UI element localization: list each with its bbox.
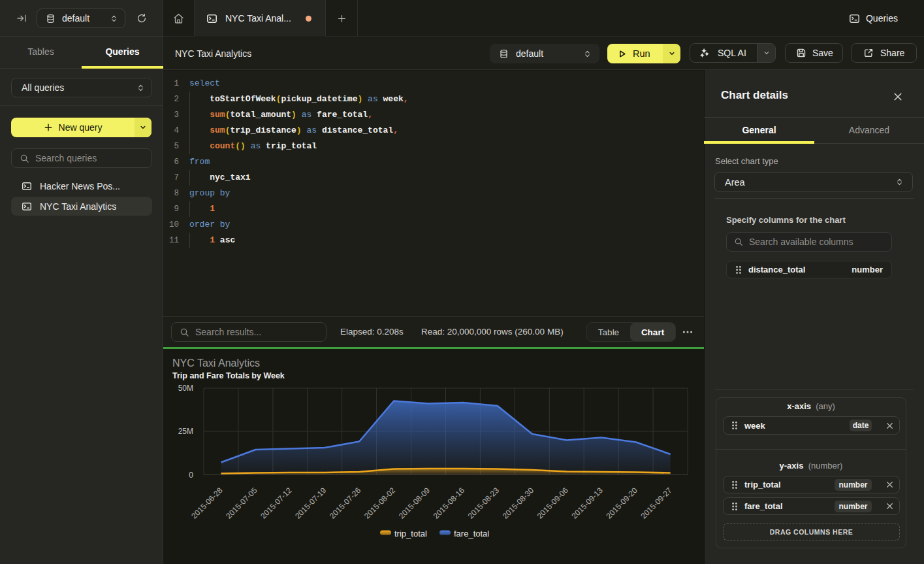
svg-text:2015-09-27: 2015-09-27 (639, 486, 674, 521)
svg-text:2015-07-12: 2015-07-12 (259, 486, 294, 521)
svg-text:trip_total: trip_total (394, 529, 427, 539)
svg-text:NYC Taxi Analytics: NYC Taxi Analytics (172, 357, 260, 369)
svg-text:0: 0 (189, 471, 193, 480)
svg-text:2015-09-06: 2015-09-06 (535, 486, 571, 521)
svg-text:2015-08-30: 2015-08-30 (501, 486, 536, 521)
svg-text:2015-08-02: 2015-08-02 (362, 486, 398, 521)
svg-text:fare_total: fare_total (454, 529, 489, 539)
svg-text:2015-08-16: 2015-08-16 (432, 486, 467, 521)
svg-text:2015-09-20: 2015-09-20 (605, 486, 640, 521)
svg-text:2015-07-19: 2015-07-19 (293, 486, 328, 521)
svg-text:50M: 50M (178, 384, 193, 393)
svg-text:2015-07-05: 2015-07-05 (224, 486, 259, 521)
svg-text:2015-07-26: 2015-07-26 (328, 486, 363, 521)
svg-text:2015-06-28: 2015-06-28 (189, 486, 225, 521)
svg-text:2015-08-23: 2015-08-23 (466, 486, 502, 521)
svg-text:2015-09-13: 2015-09-13 (570, 486, 605, 521)
svg-text:25M: 25M (178, 427, 193, 436)
svg-text:Trip and Fare Totals by Week: Trip and Fare Totals by Week (172, 371, 285, 380)
svg-text:2015-08-09: 2015-08-09 (397, 486, 432, 521)
